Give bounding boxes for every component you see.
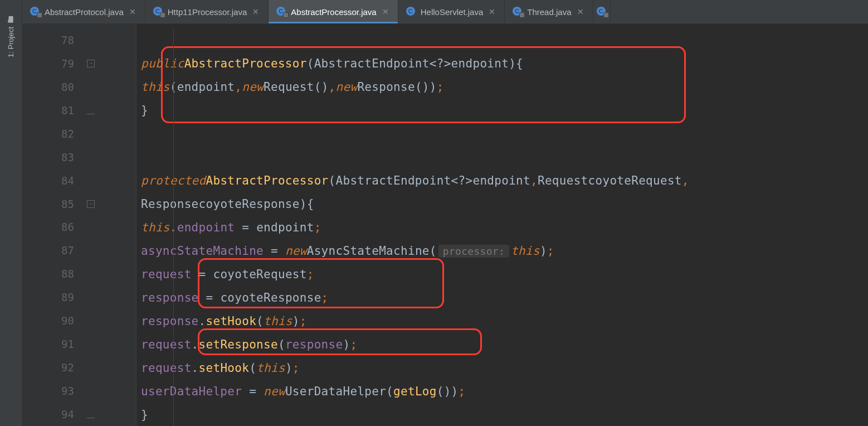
close-icon[interactable]: ✕: [381, 6, 390, 17]
code-line: request = coyoteRequest;: [136, 263, 868, 286]
code-line: }: [136, 99, 868, 122]
java-class-icon: C: [276, 7, 286, 17]
code-line: this(endpoint, new Request(), new Respon…: [136, 75, 868, 99]
fold-end-icon[interactable]: [87, 410, 95, 418]
line-number[interactable]: 94: [22, 403, 86, 426]
tab-abstractprocessor[interactable]: C AbstractProcessor.java ✕: [269, 0, 398, 23]
lock-icon: [519, 12, 525, 18]
close-icon[interactable]: ✕: [251, 6, 260, 17]
code-line: this.endpoint = endpoint;: [136, 216, 868, 239]
left-sidebar: 1: Project: [0, 0, 22, 426]
tab-label: AbstractProtocol.java: [45, 7, 124, 17]
code-line: [136, 146, 868, 169]
fold-end-icon[interactable]: [87, 106, 95, 114]
code-line: request.setHook(this);: [136, 356, 868, 380]
java-class-icon: C: [30, 7, 40, 17]
line-number[interactable]: 79: [22, 52, 86, 75]
main-area: C AbstractProtocol.java ✕ C Http11Proces…: [22, 0, 868, 426]
parameter-hint: processor:: [438, 245, 509, 258]
editor-tabs-bar: C AbstractProtocol.java ✕ C Http11Proces…: [22, 0, 868, 24]
line-number[interactable]: 83: [22, 146, 86, 169]
code-line: public AbstractProcessor(AbstractEndpoin…: [136, 52, 868, 75]
code-line: protected AbstractProcessor(AbstractEndp…: [136, 169, 868, 192]
line-number[interactable]: 81: [22, 99, 86, 122]
line-number[interactable]: 80: [22, 75, 86, 99]
line-number[interactable]: 87: [22, 239, 86, 262]
project-tab-label: 1: Project: [7, 27, 15, 57]
tab-abstractprotocol[interactable]: C AbstractProtocol.java ✕: [22, 0, 145, 23]
code-line: asyncStateMachine = new AsyncStateMachin…: [136, 239, 868, 263]
tab-http11processor[interactable]: C Http11Processor.java ✕: [145, 0, 269, 23]
tab-label: HelloServlet.java: [421, 7, 484, 17]
tab-overflow[interactable]: C: [593, 0, 611, 23]
lock-icon: [37, 12, 42, 18]
lock-icon: [283, 12, 289, 18]
editor[interactable]: 78 79 80 81 82 83 84 85 86 87 88 89 90 9…: [22, 24, 868, 426]
java-class-icon: C: [153, 7, 163, 17]
line-number[interactable]: 82: [22, 122, 86, 146]
code-text-area[interactable]: public AbstractProcessor(AbstractEndpoin…: [136, 24, 868, 426]
line-number[interactable]: 88: [22, 262, 86, 285]
tab-helloservlet[interactable]: C HelloServlet.java ✕: [398, 0, 505, 23]
tab-label: Thread.java: [527, 7, 571, 17]
line-number[interactable]: 91: [22, 332, 86, 356]
fold-gutter: [86, 24, 136, 426]
java-class-icon: C: [597, 7, 607, 17]
code-line: [136, 28, 868, 52]
java-class-icon: C: [513, 7, 523, 17]
code-line: Response coyoteResponse) {: [136, 192, 868, 216]
code-line: }: [136, 403, 868, 426]
line-number[interactable]: 93: [22, 379, 86, 403]
project-tool-window-tab[interactable]: 1: Project: [4, 11, 17, 62]
close-icon[interactable]: ✕: [487, 6, 496, 17]
lock-icon: [603, 12, 609, 18]
fold-toggle-icon[interactable]: [87, 200, 95, 208]
line-number[interactable]: 92: [22, 356, 86, 379]
lock-icon: [160, 12, 165, 18]
tab-label: AbstractProcessor.java: [291, 7, 376, 17]
code-line: request.setResponse(response);: [136, 333, 868, 356]
java-class-icon: C: [406, 7, 416, 17]
fold-toggle-icon[interactable]: [87, 60, 95, 67]
line-number-gutter: 78 79 80 81 82 83 84 85 86 87 88 89 90 9…: [22, 24, 86, 426]
code-line: response = coyoteResponse;: [136, 286, 868, 309]
folder-icon: [7, 16, 15, 23]
line-number[interactable]: 89: [22, 285, 86, 309]
line-number[interactable]: 85: [22, 192, 86, 216]
line-number[interactable]: 78: [22, 28, 86, 52]
code-line: userDataHelper = new UserDataHelper(getL…: [136, 380, 868, 403]
code-line: [136, 122, 868, 146]
workspace: 1: Project C AbstractProtocol.java ✕ C H…: [0, 0, 868, 426]
close-icon[interactable]: ✕: [576, 6, 585, 17]
close-icon[interactable]: ✕: [128, 6, 137, 17]
line-number[interactable]: 90: [22, 309, 86, 332]
code-line: response.setHook(this);: [136, 309, 868, 333]
tab-thread[interactable]: C Thread.java ✕: [505, 0, 593, 23]
line-number[interactable]: 86: [22, 216, 86, 239]
line-number[interactable]: 84: [22, 169, 86, 192]
tab-label: Http11Processor.java: [168, 7, 247, 17]
